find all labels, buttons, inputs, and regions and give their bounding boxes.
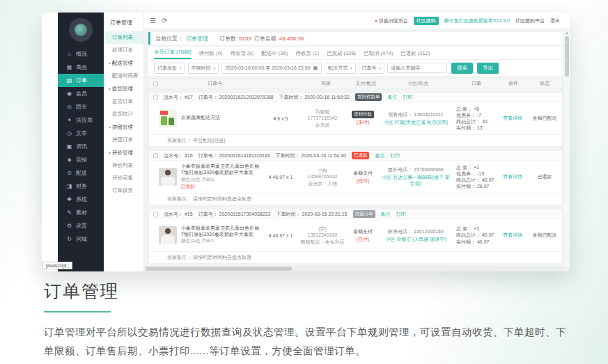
- vertical-scrollbar[interactable]: ▴: [564, 30, 570, 266]
- sidebar-item[interactable]: ✦ 供应商: [58, 113, 104, 127]
- logout-link[interactable]: 退出: [550, 17, 560, 24]
- product-cell: 小象衣橱童装男童卫衣儿童白色长袖T恤打底衫2020春装新款中大童装 颜色:白色 …: [149, 225, 263, 246]
- station-link[interactable]: 小区 万达公寓一期88栋(楼下 架空层): [380, 175, 452, 187]
- sidebar-item-label: 商品: [76, 63, 87, 71]
- subsidebar-item[interactable]: 提货管理: [104, 82, 143, 95]
- breadcrumb-location[interactable]: 订单管理: [186, 35, 208, 42]
- order-type-badge: 已退款: [352, 152, 370, 159]
- col-status: 状态: [528, 80, 562, 87]
- subsidebar-item[interactable]: 提货统计: [104, 108, 143, 120]
- order-count-value: 5153: [239, 35, 251, 42]
- subsidebar-item[interactable]: 订单设置: [104, 184, 143, 197]
- sidebar-item[interactable]: ◷ 文章: [58, 127, 104, 140]
- sidebar-item[interactable]: ◨ 财务: [58, 180, 104, 193]
- sidebar-item-icon: ▤: [66, 77, 72, 84]
- row-checkbox[interactable]: [153, 212, 158, 216]
- sidebar-item[interactable]: ↻ 同城: [58, 232, 104, 246]
- sidebar-item[interactable]: ◈ 营销: [58, 153, 104, 166]
- sidebar-item[interactable]: ▤ 订单: [58, 74, 104, 87]
- sidebar-item[interactable]: ✎ 素材: [58, 206, 104, 219]
- order-type-select[interactable]: 订单类型▾: [154, 63, 185, 74]
- sidebar-item[interactable]: ▦ 商品: [58, 61, 104, 74]
- order-status-tab[interactable]: 已退款 (212): [400, 50, 430, 59]
- subsidebar-item[interactable]: 配送时间表: [104, 70, 143, 82]
- subsidebar-item[interactable]: 评价回复: [104, 172, 143, 184]
- scroll-up-icon[interactable]: ▴: [564, 30, 570, 35]
- sidebar-item-icon: ◉: [66, 90, 72, 97]
- sidebar-item[interactable]: ⌂ 概况: [58, 47, 104, 61]
- collapse-menu-icon[interactable]: ☰: [150, 17, 156, 24]
- buyer-cell: 马晓晓 17717151042 会员类: [299, 109, 346, 127]
- remark-link[interactable]: 备注: [387, 94, 397, 101]
- row-checkbox[interactable]: [153, 153, 158, 158]
- col-payment: 支付/配送: [350, 80, 382, 87]
- delivery-method-select[interactable]: 配送方式▾: [325, 63, 356, 74]
- time-range-select[interactable]: 不限时间▾: [188, 63, 219, 74]
- station-link[interactable]: 小区 红旗(黑龙江省 哈尔滨市): [380, 120, 452, 126]
- subsidebar-item[interactable]: 拼团管理: [104, 120, 143, 134]
- date-range-picker[interactable]: 2020-03-16 00:00 至 2020-03-16 23:59▦: [221, 63, 322, 74]
- view-detail-link[interactable]: 查看详情: [498, 115, 527, 122]
- horizontal-scroll-thumb[interactable]: [146, 267, 292, 271]
- order-status-tab[interactable]: 待付款 (0): [199, 50, 223, 59]
- switch-mode-link[interactable]: ● 切换旧版后台: [375, 17, 408, 24]
- view-detail-link[interactable]: 查看详情: [498, 173, 527, 180]
- payment-status: (已付): [357, 177, 370, 184]
- subsidebar-item[interactable]: 订单管理: [104, 15, 143, 31]
- subsidebar-item[interactable]: 处理订单: [104, 44, 143, 56]
- payment-method: 余额支付: [353, 228, 373, 235]
- order-status-tab[interactable]: 待发货 (8): [231, 50, 254, 59]
- sidebar-item[interactable]: ✚ 系统: [58, 193, 104, 206]
- station-link[interactable]: 小区 金银汇 (人民路 国道中): [380, 237, 452, 243]
- sidebar-item-icon: ▣: [66, 143, 72, 150]
- remark-link[interactable]: 备注: [375, 152, 384, 159]
- subsidebar-item[interactable]: 评价管理: [104, 146, 143, 159]
- sidebar-item[interactable]: ⊙ 配送: [58, 166, 104, 180]
- price-cell: ¥ 46.97 x 1: [263, 233, 299, 238]
- payment-cell: 余额支付 (已付): [346, 228, 380, 243]
- payment-cell: 余额支付 (已付): [346, 170, 380, 184]
- order-type-badge: 货到付款单: [355, 93, 382, 101]
- order-status-tab[interactable]: 已取消 (474): [364, 50, 393, 59]
- search-field-select[interactable]: 订单号▾: [359, 63, 385, 74]
- subsidebar-item[interactable]: 配送管理: [104, 56, 143, 70]
- breadcrumb: 当前位置： 订单管理 订单数 5153 订单金额 48,456.36: [148, 32, 563, 45]
- sidebar-item[interactable]: ◎ 团长: [58, 100, 104, 113]
- row-checkbox[interactable]: [153, 95, 158, 100]
- subsidebar-item[interactable]: 提货订单: [104, 95, 143, 108]
- print-link[interactable]: 打印: [396, 211, 406, 218]
- search-button[interactable]: 搜索: [451, 63, 473, 74]
- print-link[interactable]: 打印: [403, 94, 412, 101]
- payment-cell: 货到付款 (未付): [346, 111, 380, 126]
- order-status-tab[interactable]: 全部订单 (7848): [154, 49, 192, 59]
- subsidebar-item[interactable]: 评价列表: [104, 159, 143, 172]
- print-link[interactable]: 打印: [390, 152, 400, 159]
- sidebar-item[interactable]: ⚙ 设置: [58, 219, 104, 232]
- order-meta: 流水号： #17 订单号： 20200316212932979288 下单时间：…: [149, 93, 562, 102]
- filter-bar: 订单类型▾ 不限时间▾ 2020-03-16 00:00 至 2020-03-1…: [148, 60, 563, 76]
- sidebar-item-icon: ◈: [66, 157, 72, 163]
- product-thumbnail: [159, 226, 177, 244]
- chevron-down-icon: ▾: [214, 66, 216, 70]
- keyword-input[interactable]: [387, 63, 447, 73]
- export-button[interactable]: 导出: [477, 63, 499, 74]
- order-totals-cell: 总 量： +6 优惠券： -7 商品总计： 30 实付额： 13: [452, 106, 498, 131]
- admin-screenshot-card: ⌂ 概况 ▦ 商品 ▤ 订单 ◉ 会员 ◎ 团长: [42, 13, 570, 271]
- refresh-icon[interactable]: ⟳: [162, 17, 167, 24]
- order-meta: 流水号： #16 订单号： 2020031614181110243 下单时间： …: [149, 151, 562, 161]
- order-status-tab[interactable]: 配送中 (35): [261, 50, 288, 59]
- order-status-tab[interactable]: 已完成 (328): [327, 50, 356, 59]
- remark-link[interactable]: 备注: [381, 211, 391, 218]
- order-status-tab[interactable]: 待收货 (1): [295, 50, 319, 59]
- subsidebar-item[interactable]: 订单列表: [104, 31, 143, 44]
- app-logo: [69, 18, 93, 42]
- select-all-checkbox[interactable]: [153, 81, 158, 86]
- subsidebar-item[interactable]: 拼团订单: [104, 134, 143, 146]
- horizontal-scrollbar[interactable]: [144, 266, 564, 271]
- sidebar-item[interactable]: ▣ 资讯: [58, 140, 104, 153]
- product-spec: 颜色:白色 尺码:L: [181, 238, 260, 244]
- vertical-scroll-thumb[interactable]: [565, 36, 569, 77]
- view-detail-link[interactable]: 查看详情: [498, 232, 527, 239]
- product-name: 小象衣橱童装男童卫衣儿童白色长袖T恤打底衫2020春装新款中大童装: [181, 225, 260, 238]
- sidebar-item[interactable]: ◉ 会员: [58, 87, 104, 100]
